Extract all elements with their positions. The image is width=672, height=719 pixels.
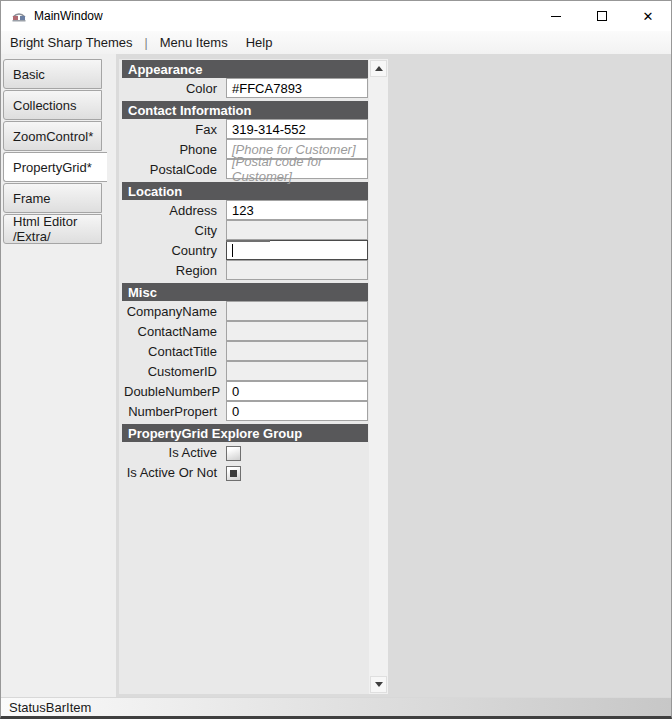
property-label: DoubleNumberP: [122, 381, 226, 401]
property-value-field[interactable]: [226, 240, 368, 260]
property-value-field[interactable]: 0: [226, 401, 368, 421]
property-value-field[interactable]: [226, 220, 368, 240]
property-label: CustomerID: [122, 361, 226, 381]
field-text: 123: [232, 203, 254, 218]
property-value-field[interactable]: 0: [226, 381, 368, 401]
property-label: ContactName: [122, 321, 226, 341]
field-text: #FFCA7893: [232, 81, 302, 96]
tab-zoomcontrol[interactable]: ZoomControl*: [3, 121, 102, 151]
property-value-field[interactable]: 319-314-552: [226, 119, 368, 139]
field-text: 319-314-552: [232, 122, 306, 137]
menu-bar: Bright Sharp Themes | Menu Items Help: [1, 31, 671, 54]
group-header-label: Contact Information: [128, 103, 252, 118]
checkbox-is-active-or-not[interactable]: [226, 466, 241, 481]
group-header-appearance: Appearance: [122, 60, 368, 78]
scroll-down-button[interactable]: [370, 676, 387, 693]
close-icon: ✕: [643, 10, 654, 23]
field-text: 0: [232, 384, 239, 399]
property-value-field[interactable]: [226, 361, 368, 381]
property-value-field[interactable]: [Postal code for Customer]: [226, 159, 368, 179]
property-label: Is Active Or Not: [122, 462, 226, 482]
checkbox-cell: [226, 442, 241, 462]
tab-label: Collections: [13, 98, 77, 113]
vertical-scrollbar[interactable]: [369, 59, 388, 694]
property-label: CompanyName: [122, 301, 226, 321]
group-header-label: Misc: [128, 285, 157, 300]
property-row-contacttitle: ContactTitle: [122, 341, 368, 361]
property-row-is-active-or-not: Is Active Or Not: [122, 462, 368, 482]
minimize-button[interactable]: [533, 1, 579, 31]
property-label: Is Active: [122, 442, 226, 462]
maximize-icon: [597, 11, 607, 21]
field-text: 0: [232, 404, 239, 419]
tab-strip: BasicCollectionsZoomControl*PropertyGrid…: [1, 54, 116, 697]
tab-html-editor-extra[interactable]: Html Editor /Extra/: [3, 214, 102, 244]
property-row-is-active: Is Active: [122, 442, 368, 462]
main-window: MainWindow ✕ Bright Sharp Themes | Menu …: [0, 0, 672, 719]
tab-label: ZoomControl*: [13, 129, 93, 144]
group-header-label: PropertyGrid Explore Group: [128, 426, 302, 441]
text-caret: [232, 244, 233, 257]
window-title: MainWindow: [34, 9, 103, 23]
property-value-field[interactable]: [226, 341, 368, 361]
status-bar: StatusBarItem: [1, 697, 671, 716]
property-row-postalcode: PostalCode[Postal code for Customer]: [122, 159, 368, 179]
property-label: ContactTitle: [122, 341, 226, 361]
property-value-field[interactable]: [226, 321, 368, 341]
property-label: Region: [122, 260, 226, 280]
menu-item-menu-items[interactable]: Menu Items: [151, 31, 237, 54]
property-row-color: Color#FFCA7893: [122, 78, 368, 98]
tab-collections[interactable]: Collections: [3, 90, 102, 120]
title-bar: MainWindow ✕: [1, 1, 671, 31]
status-bar-item: StatusBarItem: [9, 700, 91, 715]
checkbox-cell: [226, 462, 241, 482]
tab-basic[interactable]: Basic: [3, 59, 102, 89]
property-value-field[interactable]: #FFCA7893: [226, 78, 368, 98]
menu-item-help[interactable]: Help: [237, 31, 282, 54]
property-row-doublenumberp: DoubleNumberP0: [122, 381, 368, 401]
scroll-up-button[interactable]: [370, 60, 387, 77]
property-label: Country: [122, 240, 226, 260]
tab-propertygrid[interactable]: PropertyGrid*: [3, 152, 107, 182]
scroll-up-icon: [375, 66, 383, 71]
property-label: Fax: [122, 119, 226, 139]
property-label: Color: [122, 78, 226, 98]
tab-label: Frame: [13, 191, 51, 206]
field-text: [Postal code for Customer]: [232, 154, 362, 184]
property-row-numberpropert: NumberPropert0: [122, 401, 368, 421]
property-row-companyname: CompanyName: [122, 301, 368, 321]
group-header-label: Location: [128, 184, 182, 199]
property-row-fax: Fax319-314-552: [122, 119, 368, 139]
property-grid: AppearanceColor#FFCA7893Contact Informat…: [119, 59, 369, 694]
property-row-country: Country: [122, 240, 368, 260]
property-value-field[interactable]: [226, 301, 368, 321]
property-value-field[interactable]: [226, 260, 368, 280]
close-button[interactable]: ✕: [625, 1, 671, 31]
group-header-contact-information: Contact Information: [122, 101, 368, 119]
property-row-address: Address123: [122, 200, 368, 220]
property-row-region: Region: [122, 260, 368, 280]
property-label: Address: [122, 200, 226, 220]
property-label: NumberPropert: [122, 401, 226, 421]
tab-content-area: BasicCollectionsZoomControl*PropertyGrid…: [1, 54, 671, 697]
menu-separator: |: [142, 36, 151, 50]
indeterminate-mark: [230, 470, 237, 477]
scroll-down-icon: [375, 682, 383, 687]
tab-label: PropertyGrid*: [13, 160, 92, 175]
property-label: City: [122, 220, 226, 240]
checkbox-is-active[interactable]: [226, 446, 241, 461]
tab-label: Html Editor /Extra/: [13, 214, 101, 244]
window-controls: ✕: [533, 1, 671, 31]
property-row-customerid: CustomerID: [122, 361, 368, 381]
maximize-button[interactable]: [579, 1, 625, 31]
group-header-location: Location: [122, 182, 368, 200]
tab-label: Basic: [13, 67, 45, 82]
property-label: Phone: [122, 139, 226, 159]
minimize-icon: [551, 16, 561, 17]
group-header-label: Appearance: [128, 62, 202, 77]
app-icon: [11, 8, 27, 24]
property-value-field[interactable]: 123: [226, 200, 368, 220]
menu-item-bright-sharp-themes[interactable]: Bright Sharp Themes: [1, 31, 142, 54]
tab-frame[interactable]: Frame: [3, 183, 102, 213]
group-header-misc: Misc: [122, 283, 368, 301]
